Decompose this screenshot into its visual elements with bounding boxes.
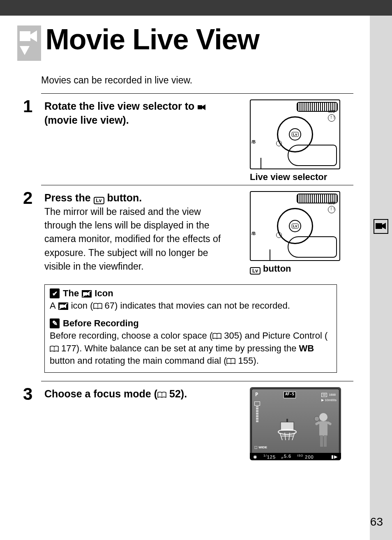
note-text: A icon ( 67) indicates that movies can n… <box>50 300 332 312</box>
lv-label: Lv <box>292 132 299 137</box>
text: button. <box>104 192 142 203</box>
text: Press the <box>44 192 94 203</box>
no-movie-icon <box>58 302 69 310</box>
iso-value: 200 <box>305 455 314 459</box>
step-heading: Rotate the live view selector to (movie … <box>44 99 240 127</box>
svg-point-19 <box>319 413 327 421</box>
wb-label: /B <box>251 231 256 236</box>
card-indicator: SD <box>321 393 327 397</box>
svg-rect-3 <box>20 31 30 41</box>
movie-chapter-icon <box>17 25 41 61</box>
lv-button-icon: Lv <box>250 267 261 275</box>
divider <box>41 185 353 185</box>
text: Before recording, choose a color space ( <box>50 330 212 341</box>
text: Rotate the live view selector to <box>44 100 197 112</box>
step-number: 2 <box>23 189 35 378</box>
svg-rect-23 <box>320 435 323 447</box>
step-heading: Choose a focus mode ( 52). <box>44 387 240 401</box>
text: Icon <box>92 288 113 298</box>
step-number: 3 <box>23 385 35 460</box>
af-mode-indicator: AF-S <box>284 392 296 398</box>
movie-tab-icon <box>374 219 388 234</box>
text: button and rotating the main command dia… <box>50 355 226 366</box>
text: (movie live view). <box>44 114 129 126</box>
intro-text: Movies can be recorded in live view. <box>41 75 341 86</box>
text: ). <box>181 388 187 399</box>
monitor-info-bar: ◉ 1/125 F5.6 ISO 200 ▮▶ <box>250 453 341 460</box>
text: ) indicates that movies can not be recor… <box>115 300 290 311</box>
text: button <box>261 263 291 274</box>
divider <box>41 93 353 94</box>
af-area-mode: WIDE <box>258 445 267 449</box>
movie-rec-icon: ▮▶ <box>331 454 338 459</box>
text: ). White balance can be set at any time … <box>76 343 299 353</box>
page-ref-icon <box>50 346 59 352</box>
text: Before Recording <box>63 318 139 329</box>
text: ). <box>253 355 258 366</box>
shooting-mode: P <box>255 392 258 398</box>
page-ref-icon <box>212 333 221 339</box>
aperture: 5.6 <box>284 454 291 459</box>
lv-label: Lv <box>292 224 299 228</box>
mic-label: MIC <box>328 201 335 205</box>
callout-box: The Icon A icon ( 67) indicates that mov… <box>44 284 337 373</box>
wb-button-label: WB <box>299 343 314 353</box>
text: ) and Picture Control ( <box>239 330 327 341</box>
text: 1/ <box>263 454 267 457</box>
svg-rect-2 <box>17 25 41 61</box>
svg-rect-1 <box>376 223 382 229</box>
diagram-caption: Live view selector <box>250 172 341 182</box>
diagram-caption: Lv button <box>250 263 341 275</box>
camera-monitor-preview: P AF-S SD 1080 ▶ 10m00s <box>250 387 341 460</box>
header-bar <box>0 0 392 16</box>
page-title: Movie Live View <box>43 23 259 56</box>
svg-rect-20 <box>319 421 327 436</box>
text: A <box>50 300 58 311</box>
text: icon ( <box>69 300 93 311</box>
text: The <box>63 288 81 298</box>
step-1: 1 Rotate the live view selector to (movi… <box>41 99 341 182</box>
mic-label: MIC <box>328 109 335 113</box>
page-ref: 155 <box>235 355 253 366</box>
step-heading: Press the Lv button. <box>44 191 240 205</box>
metering-icon: ◉ <box>253 454 258 459</box>
note-title-the-icon: The Icon <box>50 288 332 299</box>
step-number: 1 <box>23 98 35 182</box>
important-badge-icon <box>50 288 60 298</box>
svg-rect-4 <box>198 105 202 109</box>
live-view-selector-diagram: Lv MIC /B <box>250 99 340 169</box>
shutter-speed: 125 <box>267 455 276 459</box>
lv-button-icon: Lv <box>94 197 104 204</box>
divider <box>41 381 353 381</box>
movie-live-view-icon <box>197 104 206 111</box>
page-ref-icon <box>226 358 235 365</box>
side-thumb-margin <box>370 16 392 540</box>
page-ref: 177 <box>59 343 76 353</box>
step-3: 3 Choose a focus mode ( 52). <box>41 387 341 460</box>
page-ref: 305 <box>221 330 239 341</box>
page-ref: 52 <box>166 388 181 399</box>
note-text: Before recording, choose a color space (… <box>50 330 332 367</box>
text: Choose a focus mode ( <box>44 388 157 399</box>
page-area: Movie Live View Movies can be recorded i… <box>0 16 392 540</box>
note-title-before-recording: Before Recording <box>50 318 332 329</box>
page-ref-icon <box>93 303 102 309</box>
step-2: 2 Press the Lv button. The mirror will b… <box>41 191 341 378</box>
svg-rect-24 <box>324 435 327 447</box>
lv-button-diagram: Lv MIC /B <box>250 191 340 261</box>
step-body-text: The mirror will be raised and the view t… <box>44 205 225 274</box>
page-number: 63 <box>370 515 383 528</box>
no-movie-icon <box>81 290 92 298</box>
wb-label: /B <box>251 140 256 144</box>
page-ref-icon <box>157 392 166 398</box>
page-ref: 67 <box>102 300 115 311</box>
note-badge-icon <box>50 318 60 328</box>
svg-point-25 <box>314 416 319 421</box>
rec-time-remaining: 10m00s <box>325 398 337 402</box>
text: ISO <box>297 454 303 457</box>
chapter-header: Movie Live View <box>0 16 357 61</box>
